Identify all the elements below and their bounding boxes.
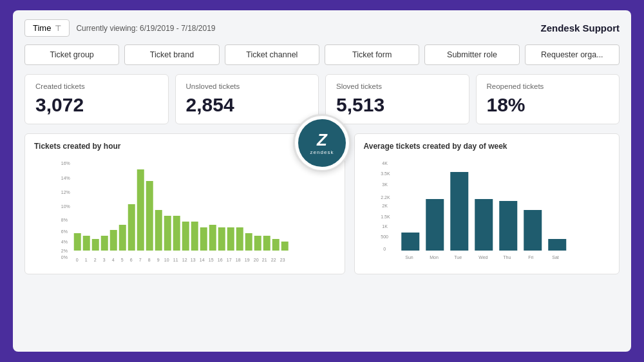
- svg-text:10%: 10%: [61, 204, 70, 209]
- bar-chart-hour: 16% 14% 12% 10% 8% 6% 4% 2% 0%: [34, 157, 336, 263]
- svg-text:0: 0: [383, 247, 386, 251]
- segment-submitter-role[interactable]: Submitter role: [424, 44, 519, 65]
- bar-2: [92, 239, 99, 251]
- stat-solved-label: Sloved tickets: [336, 82, 459, 90]
- svg-text:22: 22: [271, 258, 276, 262]
- bar-15: [209, 225, 216, 251]
- bar-6: [128, 204, 135, 251]
- bar-0: [74, 233, 81, 251]
- bar-4: [110, 230, 117, 251]
- zendesk-logo: Z zendesk: [293, 114, 351, 172]
- svg-text:7: 7: [139, 258, 142, 262]
- stat-created-tickets: Created tickets 3,072: [24, 74, 169, 124]
- svg-text:18: 18: [236, 258, 241, 262]
- svg-text:6: 6: [130, 258, 133, 262]
- svg-text:20: 20: [254, 258, 259, 262]
- bar-sun: [401, 233, 419, 251]
- bar-wed: [475, 199, 493, 251]
- time-filter-button[interactable]: Time ⊤: [24, 19, 70, 37]
- svg-text:4K: 4K: [382, 161, 388, 166]
- brand-title: Zendesk Support: [540, 23, 620, 33]
- svg-text:4%: 4%: [61, 240, 68, 244]
- svg-text:9: 9: [157, 258, 160, 262]
- segment-ticket-channel[interactable]: Ticket channel: [225, 44, 319, 65]
- svg-text:6%: 6%: [61, 229, 68, 234]
- chart-left-title: Tickets created by hour: [34, 142, 336, 151]
- stat-reopened-label: Reopened tickets: [487, 82, 609, 90]
- svg-text:16: 16: [218, 258, 223, 262]
- filter-section: Time ⊤ Currently viewing: 6/19/2019 - 7/…: [24, 19, 216, 37]
- chart-right-title: Average tickets created by day of week: [364, 142, 611, 151]
- svg-text:2: 2: [94, 258, 97, 262]
- svg-text:2K: 2K: [382, 204, 388, 208]
- segment-ticket-group[interactable]: Ticket group: [24, 44, 119, 65]
- stat-solved-value: 5,513: [336, 94, 459, 116]
- bar-3: [101, 236, 108, 251]
- svg-text:3K: 3K: [382, 182, 388, 187]
- svg-text:1.5K: 1.5K: [381, 214, 390, 219]
- segment-ticket-form[interactable]: Ticket form: [325, 44, 419, 65]
- svg-text:Thu: Thu: [503, 255, 511, 260]
- svg-text:Wed: Wed: [478, 255, 488, 260]
- stat-reopened-tickets: Reopened tickets 18%: [476, 74, 620, 124]
- bar-fri: [524, 210, 542, 251]
- bar-8: [146, 181, 153, 251]
- charts-row: Z zendesk Tickets created by hour 16% 14…: [24, 133, 620, 274]
- svg-text:8%: 8%: [61, 218, 68, 222]
- svg-text:12: 12: [182, 258, 187, 262]
- svg-text:Mon: Mon: [430, 255, 439, 260]
- svg-text:11: 11: [173, 258, 178, 262]
- bar-9: [155, 210, 162, 251]
- svg-text:Fri: Fri: [528, 255, 534, 260]
- bar-22: [272, 239, 279, 251]
- segment-requester-orga[interactable]: Requester orga...: [525, 44, 620, 65]
- bar-20: [254, 236, 261, 251]
- bar-sat: [548, 239, 566, 251]
- stat-unsolved-label: Unsloved tickets: [186, 82, 308, 90]
- bar-10: [164, 216, 171, 251]
- svg-text:10: 10: [164, 258, 169, 262]
- svg-text:Sat: Sat: [552, 255, 559, 260]
- bar-12: [182, 222, 189, 251]
- bar-21: [263, 236, 270, 251]
- bar-tue: [450, 172, 468, 251]
- chart-tickets-by-day: Average tickets created by day of week 4…: [354, 133, 620, 274]
- time-label: Time: [33, 23, 51, 33]
- svg-text:Sun: Sun: [405, 255, 413, 260]
- svg-text:500: 500: [381, 234, 388, 239]
- bar-14: [200, 227, 207, 251]
- bar-16: [218, 227, 225, 251]
- svg-text:13: 13: [191, 258, 196, 262]
- stat-created-label: Created tickets: [35, 82, 158, 90]
- bar-13: [191, 222, 198, 251]
- bar-1: [83, 236, 90, 251]
- bar-17: [227, 227, 234, 251]
- bar-18: [236, 227, 243, 251]
- bar-7: [137, 169, 144, 251]
- svg-text:15: 15: [209, 258, 214, 262]
- svg-text:21: 21: [262, 258, 267, 262]
- stat-created-value: 3,072: [35, 94, 158, 116]
- svg-text:23: 23: [280, 258, 285, 262]
- svg-text:1K: 1K: [382, 224, 388, 229]
- stat-solved-tickets: Sloved tickets 5,513: [325, 74, 469, 124]
- bar-5: [119, 225, 126, 251]
- svg-text:2.2K: 2.2K: [381, 195, 390, 200]
- stat-reopened-value: 18%: [487, 94, 609, 116]
- svg-text:1: 1: [85, 258, 88, 262]
- svg-text:8: 8: [148, 258, 151, 262]
- svg-text:Tue: Tue: [454, 255, 462, 260]
- svg-text:0: 0: [76, 258, 79, 262]
- zendesk-logo-inner: Z zendesk: [298, 119, 346, 167]
- svg-text:14%: 14%: [61, 176, 70, 180]
- svg-text:14: 14: [200, 258, 205, 262]
- main-container: Time ⊤ Currently viewing: 6/19/2019 - 7/…: [13, 10, 631, 352]
- bar-23: [281, 242, 289, 251]
- zendesk-letter: Z: [317, 131, 327, 148]
- segment-ticket-brand[interactable]: Ticket brand: [124, 44, 219, 65]
- segment-row: Ticket group Ticket brand Ticket channel…: [24, 44, 620, 65]
- stat-unsolved-tickets: Unsloved tickets 2,854: [175, 74, 319, 124]
- svg-text:3.5K: 3.5K: [381, 171, 390, 176]
- svg-text:5: 5: [121, 258, 124, 262]
- svg-text:16%: 16%: [61, 161, 70, 166]
